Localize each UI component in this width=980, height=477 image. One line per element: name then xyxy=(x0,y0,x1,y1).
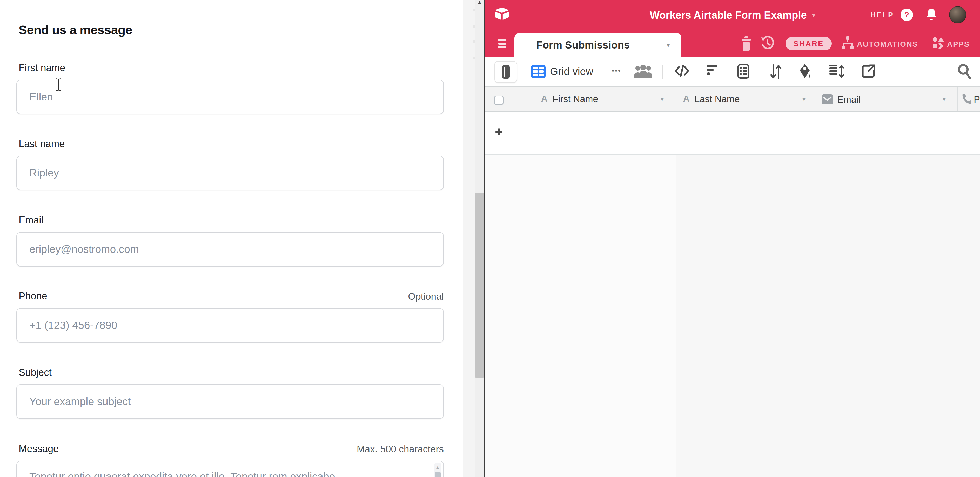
message-text: Tenetur optio quaerat expedita vero et i… xyxy=(29,469,419,477)
help-question-icon[interactable]: ? xyxy=(900,9,913,21)
column-header-last-name[interactable]: A Last Name xyxy=(683,93,740,105)
ibeam-cursor-icon xyxy=(55,78,62,91)
add-record-row[interactable]: + xyxy=(485,112,980,155)
subject-field[interactable] xyxy=(16,384,444,419)
grid-empty-frozen-area xyxy=(485,155,676,477)
panel-splitter[interactable] xyxy=(463,0,476,477)
email-field-type-icon xyxy=(822,95,833,104)
scrollbar-up-arrow-icon[interactable]: ▲ xyxy=(477,0,482,6)
left-panel-scroll-thumb[interactable] xyxy=(476,193,484,378)
apps-button[interactable]: APPS xyxy=(947,40,970,49)
toggle-sidebar-button[interactable] xyxy=(495,61,517,83)
column-header-phone[interactable]: P xyxy=(957,87,980,111)
first-name-input[interactable] xyxy=(16,80,444,114)
message-scroll-up-icon[interactable]: ▲ xyxy=(435,464,441,471)
grid-empty-area xyxy=(485,155,980,477)
toolbar-divider xyxy=(662,65,663,79)
message-textarea[interactable]: Tenetur optio quaerat expedita vero et i… xyxy=(16,461,444,477)
phone-field-type-icon xyxy=(961,93,972,104)
grid-header-row: A First Name ▾ A Last Name ▾ Email ▾ P xyxy=(485,86,980,112)
column-divider[interactable] xyxy=(817,87,817,111)
help-button[interactable]: HELP xyxy=(870,11,894,19)
tab-form-submissions[interactable]: Form Submissions ▾ xyxy=(514,33,681,57)
airtable-panel: Workers Airtable Form Example ▾ HELP ? F… xyxy=(485,0,980,477)
splitter-handle-dot xyxy=(473,9,476,11)
contact-form-panel: Send us a message First name Last name E… xyxy=(0,0,463,477)
text-field-type-icon: A xyxy=(683,93,690,104)
splitter-handle-dot xyxy=(473,41,476,43)
apps-icon[interactable] xyxy=(932,37,944,49)
column-header-email[interactable]: Email xyxy=(837,94,861,105)
share-view-icon[interactable] xyxy=(862,64,876,78)
grid-view-icon xyxy=(531,65,546,78)
chevron-down-icon[interactable]: ▾ xyxy=(660,95,664,103)
subject-label: Subject xyxy=(19,367,52,378)
share-button[interactable]: SHARE xyxy=(786,37,832,50)
sidebar-panel-icon xyxy=(502,65,510,79)
frozen-column-divider xyxy=(676,155,676,477)
user-avatar[interactable] xyxy=(949,6,966,23)
sort-icon[interactable] xyxy=(770,64,782,79)
phone-optional-hint: Optional xyxy=(408,291,444,302)
splitter-handle-dot xyxy=(473,25,476,28)
row-height-icon[interactable] xyxy=(829,65,845,78)
column-header-first-name[interactable]: A First Name xyxy=(541,93,598,105)
splitter-handle-dot xyxy=(473,57,476,59)
airtable-tab-row: Form Submissions ▾ SHARE xyxy=(485,31,980,57)
text-field-type-icon: A xyxy=(541,93,548,104)
group-icon[interactable] xyxy=(737,64,749,79)
add-record-plus-icon[interactable]: + xyxy=(495,125,503,139)
chevron-down-icon[interactable]: ▾ xyxy=(943,95,946,103)
phone-label: Phone xyxy=(19,291,47,302)
first-name-label: First name xyxy=(19,62,65,73)
last-name-input[interactable] xyxy=(16,156,444,190)
frozen-column-divider xyxy=(676,112,676,154)
chevron-down-icon: ▾ xyxy=(667,41,670,49)
base-title-menu[interactable]: Workers Airtable Form Example ▾ xyxy=(650,10,815,21)
message-scroll-thumb[interactable] xyxy=(435,472,441,477)
trash-icon[interactable] xyxy=(741,36,752,51)
collaborators-icon[interactable] xyxy=(633,64,653,80)
view-toolbar: Grid view ••• xyxy=(485,57,980,86)
chevron-down-icon: ▾ xyxy=(812,11,815,19)
phone-field[interactable] xyxy=(16,308,444,342)
search-icon[interactable] xyxy=(957,63,972,79)
hamburger-menu-icon[interactable] xyxy=(498,39,506,50)
hide-fields-icon[interactable] xyxy=(675,64,689,78)
email-label: Email xyxy=(19,215,43,226)
page-title: Send us a message xyxy=(19,23,132,37)
last-name-label: Last name xyxy=(19,138,65,149)
message-label: Message xyxy=(19,443,59,455)
notifications-bell-icon[interactable] xyxy=(926,8,937,21)
column-divider[interactable] xyxy=(676,87,676,111)
view-name-button[interactable]: Grid view xyxy=(550,66,593,77)
chevron-down-icon[interactable]: ▾ xyxy=(802,95,805,103)
share-label: SHARE xyxy=(794,40,824,48)
airtable-topbar: Workers Airtable Form Example ▾ HELP ? xyxy=(485,0,980,31)
color-fill-icon[interactable] xyxy=(799,64,811,79)
view-options-dots-icon[interactable]: ••• xyxy=(612,67,621,75)
table-tab-label: Form Submissions xyxy=(536,39,630,51)
select-all-checkbox[interactable] xyxy=(494,95,503,105)
email-field[interactable] xyxy=(16,232,444,266)
filter-icon[interactable] xyxy=(707,65,717,76)
message-maxchars-hint: Max. 500 characters xyxy=(357,444,444,455)
automations-button[interactable]: AUTOMATIONS xyxy=(857,40,918,49)
automations-icon[interactable] xyxy=(842,36,854,50)
history-icon[interactable] xyxy=(761,36,774,51)
base-title: Workers Airtable Form Example xyxy=(650,10,807,21)
airtable-logo-icon[interactable] xyxy=(494,6,510,22)
